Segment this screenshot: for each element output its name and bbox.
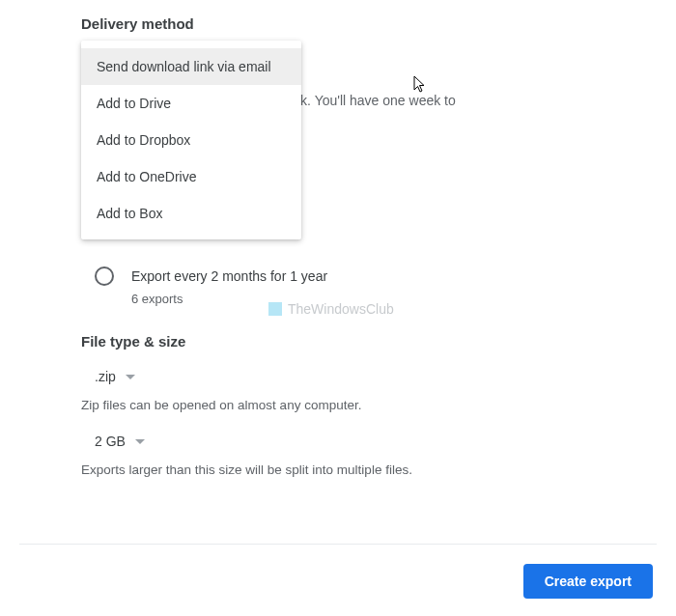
filetype-value: .zip (95, 369, 116, 384)
chevron-down-icon (126, 375, 135, 380)
dropdown-item-email[interactable]: Send download link via email (81, 48, 301, 85)
filetype-title: File type & size (81, 333, 595, 350)
create-export-button[interactable]: Create export (523, 564, 653, 599)
delivery-method-dropdown[interactable]: Send download link via email Add to Driv… (81, 41, 301, 239)
frequency-opt2-sub: 6 exports (131, 292, 595, 306)
size-selector[interactable]: 2 GB (95, 434, 595, 449)
divider (19, 544, 657, 545)
dropdown-item-drive[interactable]: Add to Drive (81, 85, 301, 122)
frequency-opt2-label: Export every 2 months for 1 year (131, 268, 327, 284)
dropdown-item-dropbox[interactable]: Add to Dropbox (81, 122, 301, 158)
size-value: 2 GB (95, 434, 126, 449)
size-helper: Exports larger than this size will be sp… (81, 462, 595, 477)
dropdown-item-box[interactable]: Add to Box (81, 195, 301, 232)
filetype-helper: Zip files can be opened on almost any co… (81, 398, 595, 412)
filetype-selector[interactable]: .zip (95, 369, 595, 384)
radio-icon[interactable] (95, 266, 114, 286)
frequency-option-2[interactable]: Export every 2 months for 1 year (95, 266, 595, 286)
chevron-down-icon (135, 439, 145, 445)
dropdown-item-onedrive[interactable]: Add to OneDrive (81, 158, 301, 195)
delivery-method-title: Delivery method (81, 15, 595, 32)
